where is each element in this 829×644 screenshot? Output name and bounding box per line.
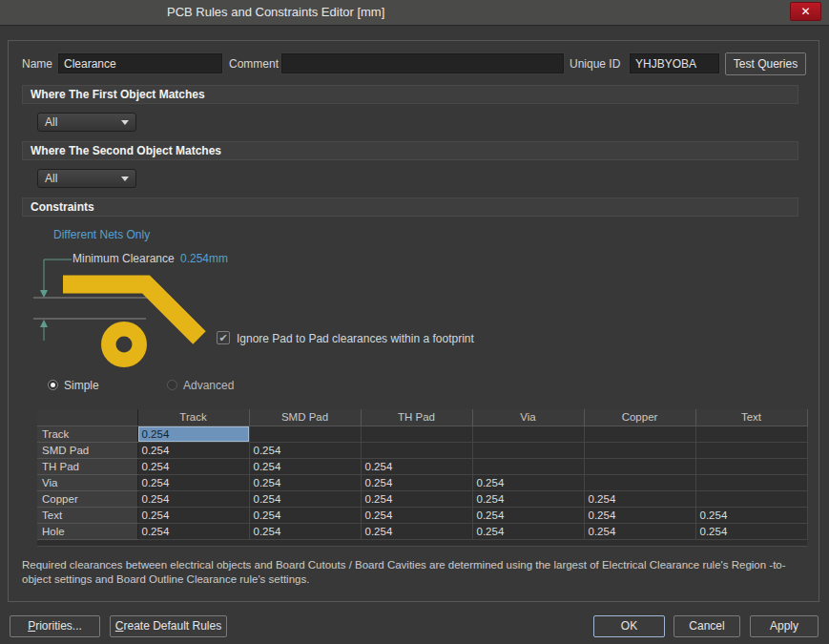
matrix-cell[interactable] — [695, 474, 807, 490]
matrix-cell[interactable]: 0.254 — [472, 523, 584, 539]
matrix-cell[interactable]: 0.254 — [137, 426, 249, 442]
matrix-cell[interactable]: 0.254 — [137, 458, 249, 474]
matrix-cell[interactable]: 0.254 — [137, 474, 249, 490]
simple-radio-label: Simple — [64, 379, 99, 392]
matrix-row-header: Hole — [37, 523, 137, 539]
matrix-cell[interactable]: 0.254 — [249, 490, 361, 507]
matrix-row-header: TH Pad — [37, 458, 137, 474]
ok-button[interactable]: OK — [593, 615, 665, 637]
comment-input[interactable] — [281, 53, 564, 73]
matrix-cell[interactable]: 0.254 — [695, 523, 807, 539]
chevron-down-icon — [121, 120, 129, 125]
second-scope-dropdown[interactable]: All — [37, 169, 136, 188]
simple-radio[interactable] — [48, 380, 58, 390]
matrix-cell[interactable]: 0.254 — [472, 474, 584, 490]
matrix-cell[interactable]: 0.254 — [361, 458, 472, 474]
create-default-rules-button[interactable]: Create Default Rules — [110, 615, 227, 637]
advanced-radio[interactable] — [167, 380, 177, 390]
ignore-pad-checkbox[interactable]: ✔ — [217, 331, 230, 344]
comment-label: Comment — [229, 57, 279, 71]
matrix-cell[interactable] — [695, 442, 807, 458]
matrix-cell[interactable] — [584, 458, 695, 474]
matrix-cell[interactable] — [695, 426, 807, 442]
table-row: Track0.254 — [37, 426, 807, 442]
close-icon: ✕ — [800, 5, 810, 18]
clearance-illustration — [30, 247, 230, 381]
matrix-cell[interactable]: 0.254 — [249, 458, 361, 474]
different-nets-only-link[interactable]: Different Nets Only — [53, 228, 150, 241]
first-scope-dropdown[interactable]: All — [37, 113, 136, 132]
matrix-cell[interactable] — [695, 490, 807, 507]
matrix-cell[interactable]: 0.254 — [584, 507, 695, 523]
matrix-cell[interactable] — [584, 426, 695, 442]
table-row: TH Pad0.2540.2540.254 — [37, 458, 807, 474]
matrix-cell[interactable]: 0.254 — [249, 523, 361, 539]
matrix-cell[interactable] — [584, 442, 695, 458]
matrix-cell[interactable] — [472, 458, 584, 474]
section-second-object-matches: Where The Second Object Matches — [22, 141, 798, 160]
matrix-cell[interactable]: 0.254 — [472, 507, 584, 523]
matrix-cell[interactable]: 0.254 — [137, 507, 249, 523]
clearance-matrix: TrackSMD PadTH PadViaCopperTextTrack0.25… — [37, 409, 807, 547]
advanced-radio-label: Advanced — [183, 379, 234, 392]
matrix-column-header: Track — [137, 409, 249, 426]
table-row: Text0.2540.2540.2540.2540.2540.254 — [37, 507, 807, 523]
close-button[interactable]: ✕ — [790, 2, 821, 21]
matrix-row-header: SMD Pad — [37, 442, 137, 458]
matrix-cell[interactable]: 0.254 — [361, 523, 472, 539]
table-row: Hole0.2540.2540.2540.2540.2540.254 — [37, 523, 807, 539]
matrix-cell[interactable] — [361, 426, 472, 442]
matrix-column-header: SMD Pad — [249, 409, 361, 426]
matrix-cell[interactable]: 0.254 — [361, 507, 472, 523]
priorities-button[interactable]: Priorities... — [10, 615, 100, 637]
rule-editor-panel: Name Comment Unique ID Test Queries Wher… — [8, 40, 819, 602]
window-title: PCB Rules and Constraints Editor [mm] — [167, 0, 384, 25]
title-bar: PCB Rules and Constraints Editor [mm] ✕ — [0, 0, 829, 26]
matrix-corner-cell — [37, 409, 137, 426]
matrix-cell[interactable]: 0.254 — [361, 474, 472, 490]
matrix-cell[interactable]: 0.254 — [472, 490, 584, 507]
matrix-cell[interactable] — [472, 442, 584, 458]
name-label: Name — [22, 57, 52, 71]
unique-id-input[interactable] — [630, 53, 719, 73]
matrix-column-header: Via — [472, 409, 584, 426]
matrix-cell[interactable] — [695, 458, 807, 474]
table-row: Via0.2540.2540.2540.254 — [37, 474, 807, 490]
matrix-row-header: Text — [37, 507, 137, 523]
matrix-cell[interactable]: 0.254 — [137, 523, 249, 539]
clearance-matrix-table: TrackSMD PadTH PadViaCopperTextTrack0.25… — [37, 409, 808, 540]
section-first-object-matches: Where The First Object Matches — [22, 85, 798, 104]
matrix-row-header: Via — [37, 474, 137, 490]
pcb-rules-dialog: { "window": { "title": "PCB Rules and Co… — [0, 0, 829, 644]
matrix-cell[interactable]: 0.254 — [249, 507, 361, 523]
matrix-cell[interactable] — [361, 442, 472, 458]
chevron-down-icon — [121, 177, 129, 181]
matrix-cell[interactable] — [584, 474, 695, 490]
matrix-cell[interactable]: 0.254 — [695, 507, 807, 523]
matrix-column-header: Copper — [584, 409, 695, 426]
matrix-cell[interactable] — [249, 426, 361, 442]
matrix-row-header: Track — [37, 426, 137, 442]
matrix-cell[interactable]: 0.254 — [584, 523, 695, 539]
matrix-cell[interactable]: 0.254 — [137, 490, 249, 507]
matrix-row-header: Copper — [37, 490, 137, 507]
matrix-cell[interactable] — [472, 426, 584, 442]
matrix-cell[interactable]: 0.254 — [249, 442, 361, 458]
check-icon: ✔ — [218, 332, 227, 343]
matrix-cell[interactable]: 0.254 — [584, 490, 695, 507]
cancel-button[interactable]: Cancel — [674, 615, 740, 637]
table-row: Copper0.2540.2540.2540.2540.254 — [37, 490, 807, 507]
matrix-cell[interactable]: 0.254 — [249, 474, 361, 490]
test-queries-button[interactable]: Test Queries — [725, 52, 806, 75]
ignore-pad-label: Ignore Pad to Pad clearances within a fo… — [237, 332, 474, 345]
matrix-cell[interactable]: 0.254 — [137, 442, 249, 458]
table-row: SMD Pad0.2540.254 — [37, 442, 807, 458]
matrix-cell[interactable]: 0.254 — [361, 490, 472, 507]
radio-dot — [51, 383, 55, 387]
matrix-column-header: Text — [695, 409, 807, 426]
apply-button[interactable]: Apply — [750, 615, 819, 637]
first-scope-value: All — [45, 115, 57, 129]
name-input[interactable] — [58, 53, 222, 73]
second-scope-value: All — [45, 172, 57, 185]
clearance-note: Required clearances between electrical o… — [22, 558, 797, 587]
